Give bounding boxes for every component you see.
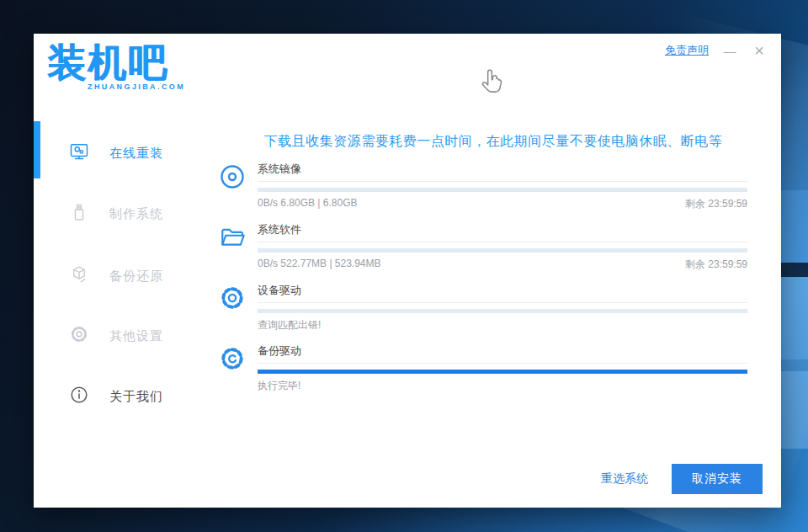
window-controls: 免责声明 — × [665, 42, 768, 59]
sidebar-active-indicator [34, 121, 40, 178]
reselect-system-link[interactable]: 重选系统 [601, 471, 648, 487]
sidebar-item-about-us[interactable]: 关于我们 [69, 385, 212, 408]
sidebar-item-other-settings[interactable]: 其他设置 [69, 324, 212, 348]
task-list: 系统镜像 0B/s 6.80GB | 6.80GB 剩余 23:59:59 系统… [219, 162, 747, 404]
wallpaper-window-pane [780, 371, 808, 449]
folder-icon [219, 224, 246, 251]
usb-drive-icon [69, 202, 89, 226]
disclaimer-link[interactable]: 免责声明 [665, 43, 709, 58]
sidebar-item-label: 其他设置 [109, 328, 163, 344]
task-title: 设备驱动 [258, 283, 747, 303]
gear-icon [69, 324, 89, 348]
gear-icon [219, 285, 246, 311]
close-button[interactable]: × [751, 42, 768, 59]
gear-sync-icon [219, 345, 246, 372]
task-status-left: 0B/s 522.77MB | 523.94MB [258, 258, 381, 272]
app-logo: 装机吧 ZHUANGJIBA.COM [47, 40, 185, 91]
sidebar-item-make-system[interactable]: 制作系统 [69, 202, 212, 226]
task-row-system-software: 系统软件 0B/s 522.77MB | 523.94MB 剩余 23:59:5… [219, 222, 747, 272]
sidebar-item-online-reinstall[interactable]: 在线重装 [69, 141, 212, 165]
progress-bar [258, 248, 747, 253]
task-row-system-image: 系统镜像 0B/s 6.80GB | 6.80GB 剩余 23:59:59 [219, 162, 747, 211]
task-title: 系统软件 [258, 222, 747, 242]
task-title: 系统镜像 [258, 162, 747, 182]
progress-bar [258, 188, 747, 192]
sidebar-item-label: 备份还原 [109, 269, 163, 285]
wallpaper-window-pane [780, 190, 808, 263]
cancel-install-button[interactable]: 取消安装 [672, 464, 763, 494]
logo-title: 装机吧 [47, 40, 185, 85]
footer-actions: 重选系统 取消安装 [601, 464, 763, 494]
monitor-reinstall-icon [69, 141, 89, 165]
minimize-button[interactable]: — [722, 45, 737, 57]
wallpaper-window-pane [780, 277, 808, 359]
task-time-remaining: 剩余 23:59:59 [685, 258, 747, 272]
task-status-left: 执行完毕! [258, 379, 300, 393]
backup-restore-icon [69, 264, 89, 288]
sidebar-item-label: 制作系统 [109, 206, 163, 222]
sidebar-item-label: 在线重装 [109, 146, 163, 162]
info-icon [69, 385, 89, 408]
download-notice: 下载且收集资源需要耗费一点时间，在此期间尽量不要使电脑休眠、断电等 [227, 133, 759, 151]
task-status-left: 查询匹配出错! [258, 318, 321, 332]
task-time-remaining: 剩余 23:59:59 [685, 197, 747, 211]
app-window: 免责声明 — × 装机吧 ZHUANGJIBA.COM 在线重装 制作系统 [34, 34, 781, 508]
logo-subtitle: ZHUANGJIBA.COM [88, 82, 185, 91]
sidebar-item-backup-restore[interactable]: 备份还原 [69, 264, 212, 288]
task-row-device-driver: 设备驱动 查询匹配出错! [219, 283, 747, 332]
task-status-left: 0B/s 6.80GB | 6.80GB [258, 197, 358, 211]
task-title: 备份驱动 [258, 343, 747, 364]
sidebar-item-label: 关于我们 [109, 389, 163, 405]
task-row-backup-driver: 备份驱动 执行完毕! [219, 343, 747, 393]
progress-bar [258, 309, 747, 313]
wallpaper-window-pane-gap [780, 263, 808, 277]
disc-icon [219, 163, 246, 190]
progress-bar [258, 370, 747, 374]
